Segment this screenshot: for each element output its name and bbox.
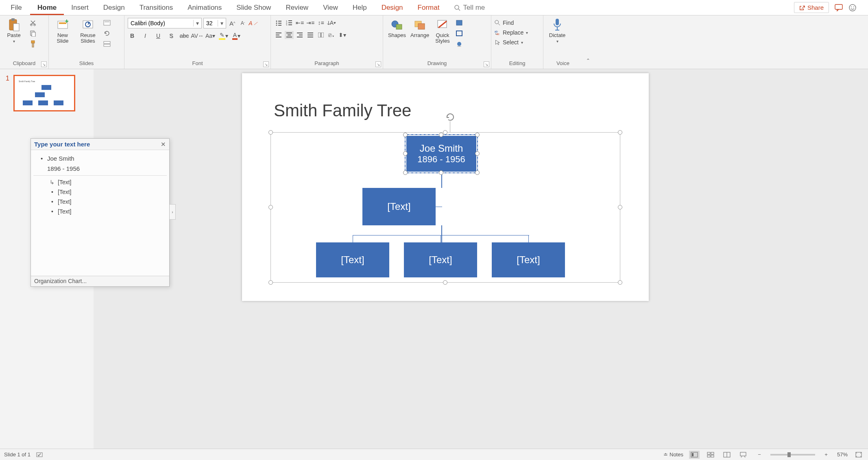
arrange-button[interactable]: Arrange [409, 18, 430, 38]
tab-slideshow[interactable]: Slide Show [229, 0, 278, 15]
clear-formatting-button[interactable]: A⟋ [249, 19, 258, 27]
reset-button[interactable] [103, 29, 111, 37]
text-direction-button[interactable]: ↆA▾ [327, 19, 336, 27]
sorter-view-button[interactable] [705, 451, 716, 459]
copy-button[interactable] [28, 29, 37, 37]
close-icon[interactable]: ✕ [161, 141, 166, 148]
bullets-button[interactable] [274, 19, 283, 27]
text-pane-row[interactable]: Joe Smith [33, 153, 167, 164]
spellcheck-icon[interactable] [36, 452, 43, 458]
replace-button[interactable]: abac Replace ▾ [495, 29, 528, 36]
shape-fill-button[interactable] [455, 19, 464, 27]
reading-view-button[interactable] [722, 451, 732, 459]
highlight-button[interactable]: ✎▾ [219, 32, 228, 40]
resize-handle-tl[interactable] [403, 133, 408, 137]
convert-smartart-button[interactable]: ⬍▾ [338, 31, 347, 39]
slide-title-text[interactable]: Smith Family Tree [274, 101, 411, 120]
zoom-slider-thumb[interactable] [787, 452, 791, 457]
resize-handle-br[interactable] [475, 170, 480, 175]
org-node-child-2[interactable]: [Text] [404, 242, 477, 277]
resize-handle-mb[interactable] [443, 280, 447, 285]
org-node-root[interactable]: Joe Smith 1896 - 1956 [405, 134, 478, 173]
select-button[interactable]: Select ▾ [495, 39, 528, 46]
share-button[interactable]: Share [794, 2, 829, 13]
text-pane-row[interactable]: [Text] [33, 197, 167, 207]
resize-handle-bl[interactable] [403, 170, 408, 175]
resize-handle-bl[interactable] [268, 280, 273, 285]
fit-to-window-button[interactable] [853, 451, 864, 459]
layout-button[interactable] [103, 19, 111, 27]
text-pane-row[interactable]: [Text] [33, 207, 167, 216]
bold-button[interactable]: B [128, 32, 137, 40]
resize-handle-mr[interactable] [475, 151, 480, 156]
zoom-out-button[interactable]: − [754, 451, 765, 459]
tab-home[interactable]: Home [30, 0, 64, 15]
tab-transitions[interactable]: Transitions [132, 0, 181, 15]
reuse-slides-button[interactable]: Reuse Slides [77, 18, 98, 44]
paragraph-launcher[interactable]: ↘ [375, 61, 381, 67]
change-case-button[interactable]: Aa▾ [206, 32, 215, 40]
strikethrough-button[interactable]: abc [180, 32, 189, 40]
text-pane-body[interactable]: Joe Smith 1896 - 1956 [Text] [Text] [Tex… [31, 150, 169, 276]
align-right-button[interactable] [295, 31, 304, 39]
tab-smartart-format[interactable]: Format [410, 0, 447, 15]
numbering-button[interactable]: 123 [285, 19, 294, 27]
font-name-combo[interactable]: Calibri (Body) ▾ [128, 18, 202, 28]
text-pane-row[interactable]: 1896 - 1956 [33, 164, 167, 174]
org-node-assistant[interactable]: [Text] [362, 188, 436, 225]
resize-handle-mb[interactable] [439, 170, 443, 175]
decrease-indent-button[interactable]: ⇤≡ [295, 19, 304, 27]
section-button[interactable] [103, 40, 111, 48]
resize-handle-br[interactable] [618, 280, 622, 285]
decrease-font-button[interactable]: Aˇ [238, 19, 247, 27]
zoom-level-label[interactable]: 57% [837, 451, 848, 458]
resize-handle-tr[interactable] [618, 130, 622, 135]
text-pane-row[interactable]: [Text] [33, 187, 167, 197]
zoom-in-button[interactable]: + [821, 451, 831, 459]
char-spacing-button[interactable]: AV↔ [193, 32, 202, 40]
tab-animations[interactable]: Animations [180, 0, 229, 15]
drawing-launcher[interactable]: ↘ [484, 61, 489, 67]
cut-button[interactable] [28, 19, 37, 27]
comments-icon[interactable] [835, 4, 843, 12]
tab-smartart-design[interactable]: Design [374, 0, 410, 15]
find-button[interactable]: Find [495, 20, 528, 26]
tab-design[interactable]: Design [96, 0, 132, 15]
increase-font-button[interactable]: A^ [228, 19, 237, 27]
slideshow-view-button[interactable] [738, 451, 748, 459]
shape-outline-button[interactable] [455, 29, 464, 37]
justify-button[interactable] [306, 31, 315, 39]
underline-button[interactable]: U [154, 32, 163, 40]
slide-thumbnail-1[interactable]: Smith Family Tree [13, 75, 75, 111]
resize-handle-mr[interactable] [618, 205, 622, 209]
shapes-button[interactable]: Shapes [386, 18, 408, 38]
align-text-button[interactable]: ⎚▾ [327, 31, 336, 39]
italic-button[interactable]: I [141, 32, 150, 40]
feedback-icon[interactable] [848, 4, 857, 12]
org-node-child-1[interactable]: [Text] [316, 242, 389, 277]
font-size-combo[interactable]: 32 ▾ [203, 18, 226, 28]
tell-me[interactable]: Tell me [447, 0, 492, 15]
columns-button[interactable] [316, 31, 325, 39]
resize-handle-ml[interactable] [268, 205, 273, 209]
file-tab[interactable]: File [2, 0, 30, 15]
quick-styles-button[interactable]: Quick Styles [432, 18, 453, 44]
increase-indent-button[interactable]: ⇥≡ [306, 19, 315, 27]
slide-canvas[interactable]: Smith Family Tree [94, 69, 868, 449]
dictate-button[interactable]: Dictate ▾ [547, 18, 568, 44]
tab-view[interactable]: View [316, 0, 345, 15]
tab-help[interactable]: Help [345, 0, 374, 15]
tab-review[interactable]: Review [278, 0, 316, 15]
text-pane-toggle[interactable]: › [170, 204, 176, 220]
new-slide-button[interactable]: New Slide [52, 18, 73, 44]
collapse-ribbon-button[interactable]: ˆ [582, 15, 594, 69]
org-node-child-3[interactable]: [Text] [492, 242, 565, 277]
align-center-button[interactable] [285, 31, 294, 39]
align-left-button[interactable] [274, 31, 283, 39]
resize-handle-ml[interactable] [403, 151, 408, 156]
shape-effects-button[interactable] [455, 40, 464, 48]
font-launcher[interactable]: ↘ [263, 61, 269, 67]
notes-button[interactable]: ≐ Notes [663, 451, 683, 458]
rotate-handle[interactable] [445, 112, 455, 122]
format-painter-button[interactable] [28, 40, 37, 48]
